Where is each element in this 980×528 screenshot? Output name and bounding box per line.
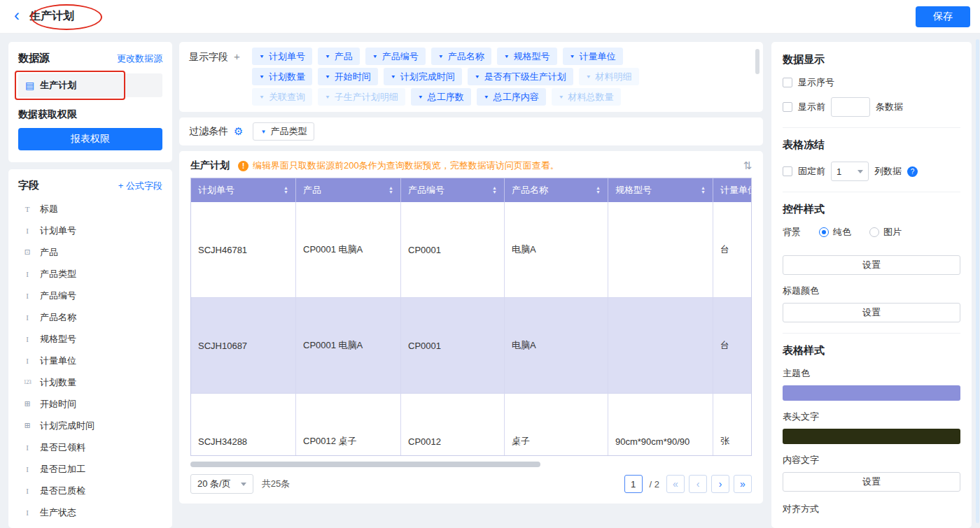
back-icon[interactable]: ‹ [14, 7, 20, 24]
field-item-product-type[interactable]: I产品类型 [18, 263, 162, 285]
show-first-checkbox[interactable] [783, 102, 792, 112]
solid-color-label: 纯色 [833, 226, 851, 238]
chip-label: 计量单位 [580, 50, 616, 63]
freeze-columns-checkbox[interactable] [783, 166, 792, 176]
show-index-checkbox[interactable] [783, 78, 792, 87]
page-size-select[interactable]: 20 条/页 [190, 474, 253, 494]
chip-spec[interactable]: ▼规格型号 [497, 48, 557, 65]
datasource-item-label: 生产计划 [40, 79, 76, 92]
add-formula-field-link[interactable]: + 公式字段 [118, 180, 162, 192]
solid-color-radio[interactable] [819, 227, 829, 237]
table-cell: 电脑A [505, 298, 608, 394]
column-header-spec[interactable]: 规格型号▲▼ [608, 178, 713, 202]
chip-material-detail[interactable]: ▼材料明细 [579, 68, 639, 85]
theme-color-swatch[interactable] [783, 385, 960, 401]
column-header-plan-no[interactable]: 计划单号▲▼ [191, 178, 296, 202]
chip-material-total[interactable]: ▼材料总数量 [552, 88, 621, 106]
add-display-field-button[interactable]: + [234, 50, 240, 62]
chip-start-time[interactable]: ▼开始时间 [318, 68, 378, 85]
header-text-label: 表头文字 [783, 411, 960, 423]
chip-has-sub-plan[interactable]: ▼是否有下级生产计划 [468, 68, 573, 85]
field-item-processed[interactable]: I是否已加工 [18, 458, 162, 480]
column-label: 产品编号 [408, 184, 444, 197]
header-text-color-swatch[interactable] [783, 429, 960, 444]
table-row: SCJH46781 CP0001 电脑A CP0001 电脑A 台 [191, 202, 751, 298]
field-item-inspected[interactable]: I是否已质检 [18, 480, 162, 501]
image-label: 图片 [883, 226, 902, 238]
datasource-item[interactable]: ▤ 生产计划 [18, 73, 162, 97]
content-text-set-button[interactable]: 设置 [783, 472, 960, 492]
change-datasource-link[interactable]: 更改数据源 [117, 52, 162, 65]
table-cell: CP0001 [401, 202, 505, 298]
background-set-button[interactable]: 设置 [783, 255, 960, 275]
chip-plan-qty[interactable]: ▼计划数量 [252, 68, 312, 85]
column-sort-icon: ▲▼ [388, 186, 393, 194]
save-button[interactable]: 保存 [916, 6, 970, 27]
chip-product-no[interactable]: ▼产品编号 [365, 48, 426, 65]
chip-unit[interactable]: ▼计量单位 [563, 48, 623, 65]
last-page-button[interactable]: » [734, 475, 752, 493]
pagination: 20 条/页 共25条 1 / 2 « ‹ › » [190, 474, 752, 494]
chip-total-steps[interactable]: ▼总工序数 [411, 88, 471, 106]
chip-plan-no[interactable]: ▼计划单号 [252, 48, 312, 65]
table-row: SCJH10687 CP0001 电脑A CP0001 电脑A 台 [191, 298, 751, 394]
chevron-down-icon: ▼ [325, 54, 330, 59]
chip-step-content[interactable]: ▼总工序内容 [477, 88, 546, 106]
form-icon: ▤ [25, 80, 34, 91]
row-limit-input[interactable] [831, 97, 870, 117]
chip-product[interactable]: ▼产品 [318, 48, 360, 65]
field-item-unit[interactable]: I计量单位 [18, 350, 162, 371]
report-permission-button[interactable]: 报表权限 [18, 128, 162, 150]
current-page-input[interactable]: 1 [624, 475, 643, 493]
field-item-product-no[interactable]: I产品编号 [18, 285, 162, 306]
field-item-spec[interactable]: I规格型号 [18, 328, 162, 350]
field-item-product-name[interactable]: I产品名称 [18, 306, 162, 328]
field-item-start-time[interactable]: ⊞开始时间 [18, 393, 162, 415]
field-item-plan-no[interactable]: I计划单号 [18, 220, 162, 241]
table-cell: 90cm*90cm*90/90 [608, 394, 713, 456]
prev-page-button[interactable]: ‹ [689, 475, 707, 493]
first-page-button[interactable]: « [666, 475, 685, 493]
freeze-count-select[interactable]: 1 [831, 162, 869, 181]
table-horizontal-scrollbar[interactable] [190, 462, 540, 467]
chip-product-name[interactable]: ▼产品名称 [431, 48, 491, 65]
chip-finish-time[interactable]: ▼计划完成时间 [384, 68, 462, 85]
filter-settings-gear-icon[interactable]: ⚙ [234, 125, 243, 138]
field-item-material-taken[interactable]: I是否已领料 [18, 436, 162, 458]
column-header-unit[interactable]: 计量单位 [713, 178, 752, 202]
image-radio[interactable] [869, 227, 879, 237]
field-item-product[interactable]: ⊡产品 [18, 241, 162, 263]
sort-icon[interactable]: ⇅ [743, 159, 752, 172]
chip-label: 材料明细 [596, 71, 632, 83]
column-header-product-no[interactable]: 产品编号▲▼ [401, 178, 505, 202]
field-item-prod-status[interactable]: I生产状态 [18, 501, 162, 523]
chip-sub-plan-detail[interactable]: ▼子生产计划明细 [318, 88, 405, 106]
display-fields-text: 显示字段 [189, 51, 228, 62]
chip-label: 开始时间 [335, 71, 371, 83]
total-count: 共25条 [262, 478, 290, 490]
field-label: 计划单号 [40, 224, 76, 237]
column-sort-icon: ▲▼ [492, 186, 497, 194]
filter-chip-product-type[interactable]: ▼ 产品类型 [253, 122, 314, 141]
field-type-icon: ⊡ [21, 248, 34, 257]
chip-related-query[interactable]: ▼关联查询 [252, 88, 312, 106]
column-header-product-name[interactable]: 产品名称▲▼ [505, 178, 608, 202]
column-header-product[interactable]: 产品▲▼ [296, 178, 401, 202]
column-label: 计量单位 [720, 184, 752, 197]
align-label: 对齐方式 [783, 503, 960, 515]
column-label: 产品名称 [512, 184, 548, 197]
chip-label: 产品编号 [382, 50, 419, 63]
control-style-title: 控件样式 [783, 203, 960, 216]
chevron-down-icon [858, 170, 863, 173]
chevron-down-icon: ▼ [325, 94, 330, 100]
help-icon[interactable]: ? [907, 166, 918, 177]
field-item-plan-qty[interactable]: 123计划数量 [18, 371, 162, 393]
title-color-set-button[interactable]: 设置 [783, 303, 960, 322]
divider [783, 333, 960, 334]
chevron-down-icon: ▼ [259, 74, 265, 80]
chips-scrollbar[interactable] [755, 49, 760, 74]
field-item-finish-time[interactable]: ⊞计划完成时间 [18, 415, 162, 436]
page-scrollbar[interactable] [976, 39, 979, 523]
next-page-button[interactable]: › [711, 475, 729, 493]
field-item-title[interactable]: T标题 [18, 198, 162, 220]
